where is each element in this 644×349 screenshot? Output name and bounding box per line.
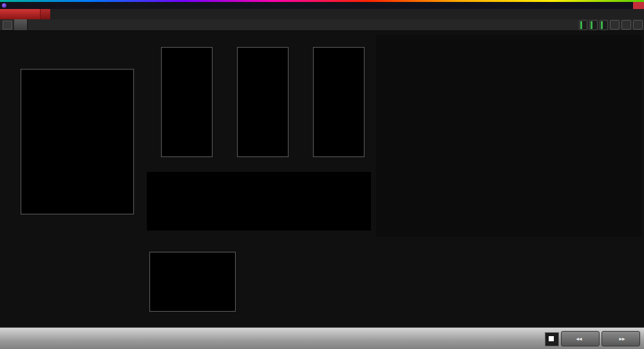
plot-area — [21, 69, 134, 214]
deltal-chart — [147, 39, 214, 171]
deltah-chart — [299, 39, 366, 171]
tab-history-1[interactable] — [14, 19, 28, 30]
saturation-swatch-strip — [147, 172, 371, 231]
x-axis — [394, 227, 639, 233]
plot-area — [313, 47, 365, 157]
plot-area — [149, 252, 236, 312]
tab-bar — [0, 19, 644, 31]
cie-diagram — [394, 45, 639, 225]
title-bar-row — [0, 2, 644, 9]
cie-1976-chart — [376, 35, 641, 237]
swatch-row-labels — [147, 172, 155, 231]
y-axis — [376, 45, 392, 225]
back-button[interactable]: ◂◂ — [561, 331, 600, 346]
next-button[interactable]: ▸▸ — [601, 331, 640, 346]
deltae2000-chart — [3, 61, 137, 233]
y-axis — [135, 252, 148, 312]
meter-button[interactable] — [579, 20, 587, 30]
bottom-bar: ◂◂ ▸▸ — [0, 327, 644, 349]
close-button[interactable] — [633, 2, 644, 9]
rgb-balance-chart — [135, 243, 237, 326]
title-bar — [0, 0, 644, 9]
app-icon — [2, 3, 6, 8]
status-button-area — [579, 20, 643, 30]
maximize-button[interactable] — [622, 2, 633, 9]
menu-bar — [0, 9, 644, 19]
settings-button[interactable] — [610, 20, 620, 30]
results-table — [243, 241, 641, 326]
y-axis — [147, 47, 160, 157]
plot-area — [237, 47, 289, 157]
pattern-window-button[interactable] — [545, 332, 559, 346]
forward-icon: ▸▸ — [619, 335, 625, 342]
display-control-button[interactable] — [600, 20, 608, 30]
window-controls — [611, 2, 644, 9]
minimize-button[interactable] — [611, 2, 622, 9]
swatch-columns — [155, 172, 371, 231]
readout-panel — [4, 237, 139, 256]
y-axis — [223, 47, 236, 157]
xy-readout — [5, 243, 139, 252]
workspace-button[interactable] — [3, 21, 12, 30]
help-button[interactable] — [621, 20, 631, 30]
y-axis — [299, 47, 312, 157]
deltac-chart — [223, 39, 290, 171]
calman-logo[interactable] — [0, 9, 40, 19]
rewind-icon: ◂◂ — [576, 335, 582, 342]
source-button[interactable] — [589, 20, 598, 30]
new-tab-button[interactable] — [28, 21, 37, 29]
main-menu-button[interactable] — [40, 9, 50, 19]
plot-area — [161, 47, 213, 157]
refresh-button[interactable] — [633, 20, 643, 30]
x-axis — [21, 216, 134, 223]
